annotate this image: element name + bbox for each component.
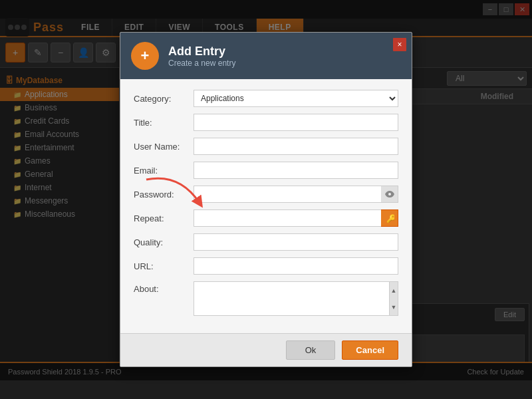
password-input[interactable] xyxy=(194,186,398,203)
password-label: Password: xyxy=(134,190,194,200)
category-select[interactable]: Applications Business Credit Cards Email… xyxy=(194,90,398,107)
modal-subtitle: Create a new entry xyxy=(168,59,235,68)
eye-icon xyxy=(385,191,394,198)
username-input[interactable] xyxy=(194,138,398,155)
username-row: User Name: xyxy=(134,138,398,155)
title-row: Title: xyxy=(134,114,398,131)
modal-title: Add Entry xyxy=(168,45,235,59)
about-row: About: ▲ ▼ xyxy=(134,281,398,316)
svg-text:🔑: 🔑 xyxy=(386,213,394,223)
quality-bar xyxy=(194,233,398,251)
title-input[interactable] xyxy=(194,114,398,131)
about-scroll-down[interactable]: ▼ xyxy=(390,299,398,315)
repeat-label: Repeat: xyxy=(134,213,194,223)
ok-button[interactable]: Ok xyxy=(286,340,336,360)
email-input[interactable] xyxy=(194,162,398,179)
modal-body: Category: Applications Business Credit C… xyxy=(120,79,412,333)
modal-add-icon: + xyxy=(131,42,159,70)
modal-footer: Ok Cancel xyxy=(120,333,412,366)
email-label: Email: xyxy=(134,166,194,176)
category-row: Category: Applications Business Credit C… xyxy=(134,90,398,107)
about-input[interactable] xyxy=(194,281,398,316)
url-row: URL: xyxy=(134,257,398,275)
repeat-row: Repeat: 🔑 xyxy=(134,209,398,227)
modal-header: + Add Entry Create a new entry × xyxy=(120,33,412,79)
category-label: Category: xyxy=(134,94,194,104)
repeat-wrapper: 🔑 xyxy=(194,209,398,227)
modal-overlay: + Add Entry Create a new entry × Categor… xyxy=(0,0,532,399)
add-entry-modal: + Add Entry Create a new entry × Categor… xyxy=(120,32,412,367)
repeat-input[interactable] xyxy=(194,209,398,227)
email-row: Email: xyxy=(134,162,398,179)
quality-row: Quality: xyxy=(134,233,398,251)
about-wrapper: ▲ ▼ xyxy=(194,281,398,316)
svg-point-1 xyxy=(388,193,391,196)
title-label: Title: xyxy=(134,118,194,128)
about-label-field: About: xyxy=(134,281,194,294)
about-scroll-up[interactable]: ▲ xyxy=(390,282,398,299)
password-row: Password: xyxy=(134,186,398,203)
username-label: User Name: xyxy=(134,142,194,152)
repeat-action-icon[interactable]: 🔑 xyxy=(381,209,398,227)
modal-close-button[interactable]: × xyxy=(393,38,406,51)
repeat-icon: 🔑 xyxy=(385,213,394,223)
modal-header-text: Add Entry Create a new entry xyxy=(168,45,235,68)
quality-label: Quality: xyxy=(134,237,194,247)
password-toggle-icon[interactable] xyxy=(381,186,398,203)
url-input[interactable] xyxy=(194,257,398,275)
password-wrapper xyxy=(194,186,398,203)
about-scrollbar: ▲ ▼ xyxy=(389,281,398,316)
url-label: URL: xyxy=(134,261,194,271)
cancel-button[interactable]: Cancel xyxy=(342,340,398,360)
